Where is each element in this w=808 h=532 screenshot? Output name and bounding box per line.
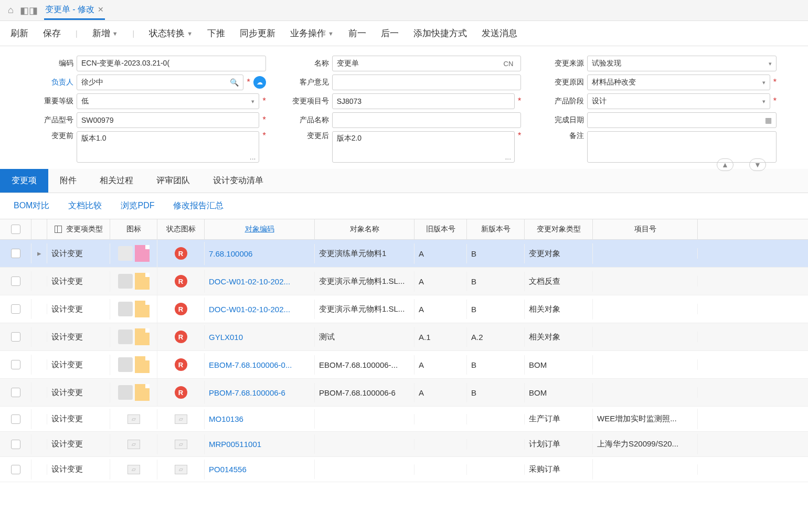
search-icon[interactable]: 🔍 xyxy=(230,78,239,87)
subtab-3[interactable]: 评审团队 xyxy=(145,169,201,193)
col-status[interactable]: 状态图标 xyxy=(157,219,205,239)
cell-code[interactable]: DOC-W01-02-10-202... xyxy=(205,300,315,319)
table-row[interactable]: 设计变更▱▱PO014556采购订单 xyxy=(0,457,808,482)
model-input[interactable]: SW00979 xyxy=(77,112,259,128)
cell-code[interactable]: PO014556 xyxy=(205,460,315,479)
cell-code[interactable]: MRP00511001 xyxy=(205,434,315,454)
cell-code[interactable]: PBOM-7.68.100006-6 xyxy=(205,383,315,402)
refresh-button[interactable]: 刷新 xyxy=(10,27,28,39)
table-row[interactable]: 设计变更▱▱MRP00511001计划订单上海华力S20099/S20... xyxy=(0,432,808,457)
cell-oldv xyxy=(414,439,467,450)
table-row[interactable]: 设计变更RPBOM-7.68.100006-6PBOM-7.68.100006-… xyxy=(0,379,808,407)
new-button[interactable]: 新增▼ xyxy=(92,27,118,39)
subtab-1[interactable]: 附件 xyxy=(48,169,88,193)
expand-toggle[interactable] xyxy=(31,414,47,424)
projno-input[interactable]: SJ8073 xyxy=(332,93,515,109)
cell-oldv: A xyxy=(414,355,467,375)
expand-toggle[interactable] xyxy=(31,276,47,286)
col-newv[interactable]: 新版本号 xyxy=(467,219,525,239)
expand-toggle[interactable] xyxy=(31,332,47,342)
finish-date[interactable]: ▦ xyxy=(587,112,777,128)
table-row[interactable]: 设计变更RDOC-W01-02-10-202...变更演示单元物料1.SL...… xyxy=(0,295,808,323)
action-link-3[interactable]: 修改报告汇总 xyxy=(173,200,224,211)
col-proj[interactable]: 项目号 xyxy=(593,219,698,239)
row-checkbox[interactable] xyxy=(11,388,20,397)
next-button[interactable]: 后一 xyxy=(381,27,399,39)
row-checkbox[interactable] xyxy=(11,276,20,286)
calendar-icon[interactable]: ▦ xyxy=(765,116,772,124)
table-row[interactable]: 设计变更RDOC-W01-02-10-202...变更演示单元物料1.SL...… xyxy=(0,268,808,295)
close-icon[interactable]: ✕ xyxy=(98,5,104,14)
col-name[interactable]: 对象名称 xyxy=(315,219,414,239)
subtab-0[interactable]: 变更项 xyxy=(0,169,48,193)
phase-select[interactable]: 设计 xyxy=(587,93,770,109)
owner-input[interactable]: 徐少中🔍 xyxy=(77,75,243,90)
save-button[interactable]: 保存 xyxy=(43,27,61,39)
sync-badge-icon[interactable]: ☁ xyxy=(253,76,266,89)
select-all-checkbox[interactable] xyxy=(11,225,20,234)
row-checkbox[interactable] xyxy=(11,332,20,342)
subtab-4[interactable]: 设计变动清单 xyxy=(201,169,275,193)
sync-button[interactable]: 同步更新 xyxy=(240,27,275,39)
cell-code[interactable]: DOC-W01-02-10-202... xyxy=(205,272,315,291)
row-checkbox[interactable] xyxy=(11,440,20,449)
after-input[interactable]: 版本2.0... xyxy=(332,131,515,163)
owner-label[interactable]: 负责人 xyxy=(31,78,73,87)
col-type[interactable]: 变更项类型 xyxy=(47,219,110,239)
home-icon[interactable]: ⌂ xyxy=(8,5,14,16)
row-checkbox[interactable] xyxy=(11,304,20,314)
subtab-2[interactable]: 相关过程 xyxy=(88,169,145,193)
scroll-up-button[interactable]: ▲ xyxy=(717,158,733,171)
level-select[interactable]: 低 xyxy=(77,93,259,109)
send-button[interactable]: 发送消息 xyxy=(482,27,517,39)
page-tab[interactable]: 变更单 - 修改 ✕ xyxy=(44,1,105,20)
action-link-2[interactable]: 浏览PDF xyxy=(121,200,154,211)
expand-toggle[interactable]: ▸ xyxy=(31,243,47,263)
row-checkbox[interactable] xyxy=(11,249,20,258)
opinion-input[interactable] xyxy=(332,75,522,90)
shortcut-button[interactable]: 添加快捷方式 xyxy=(413,27,467,39)
col-objtype[interactable]: 变更对象类型 xyxy=(525,219,593,239)
biz-button[interactable]: 业务操作▼ xyxy=(290,27,334,39)
expand-toggle[interactable] xyxy=(31,359,47,370)
row-checkbox[interactable] xyxy=(11,360,20,369)
reason-select[interactable]: 材料品种改变 xyxy=(587,75,770,90)
placeholder-icon: ▱ xyxy=(175,465,187,474)
table-row[interactable]: 设计变更REBOM-7.68.100006-0...EBOM-7.68.1000… xyxy=(0,351,808,379)
expand-toggle[interactable] xyxy=(31,464,47,475)
row-checkbox[interactable] xyxy=(11,465,20,474)
grid-body: ▸设计变更R7.68.100006变更演练单元物料1AB变更对象设计变更RDOC… xyxy=(0,240,808,482)
apps-icon[interactable]: ◧◨ xyxy=(20,5,38,16)
name-input[interactable]: 变更单CN xyxy=(332,56,522,71)
row-checkbox[interactable] xyxy=(11,414,20,424)
prodname-input[interactable] xyxy=(332,112,522,128)
before-input[interactable]: 版本1.0... xyxy=(77,131,259,163)
col-oldv[interactable]: 旧版本号 xyxy=(414,219,467,239)
cell-code[interactable]: MO10136 xyxy=(205,409,315,429)
cell-code[interactable]: EBOM-7.68.100006-0... xyxy=(205,355,315,375)
expand-toggle[interactable] xyxy=(31,304,47,314)
cell-code[interactable]: GYLX010 xyxy=(205,327,315,347)
scroll-down-button[interactable]: ▼ xyxy=(749,158,766,171)
cell-code[interactable]: 7.68.100006 xyxy=(205,244,315,263)
col-icon[interactable]: 图标 xyxy=(110,219,157,239)
table-row[interactable]: ▸设计变更R7.68.100006变更演练单元物料1AB变更对象 xyxy=(0,240,808,268)
prev-button[interactable]: 前一 xyxy=(348,27,366,39)
cell-objtype: 相关对象 xyxy=(525,299,593,320)
columns-icon[interactable] xyxy=(55,226,62,233)
action-link-0[interactable]: BOM对比 xyxy=(14,200,49,211)
remark-input[interactable] xyxy=(587,131,777,163)
expand-toggle[interactable] xyxy=(31,439,47,450)
action-link-1[interactable]: 文档比较 xyxy=(68,200,102,211)
source-select[interactable]: 试验发现 xyxy=(587,56,777,71)
col-code[interactable]: 对象编码 xyxy=(205,219,315,239)
table-row[interactable]: 设计变更RGYLX010测试A.1A.2相关对象 xyxy=(0,323,808,351)
expand-toggle[interactable] xyxy=(31,387,47,398)
cell-status: R xyxy=(157,297,205,321)
push-button[interactable]: 下推 xyxy=(207,27,225,39)
code-input[interactable]: ECN-变更单-2023.03.21-0( xyxy=(77,56,266,71)
cell-newv xyxy=(467,464,525,475)
lang-badge[interactable]: CN xyxy=(504,60,517,68)
state-button[interactable]: 状态转换▼ xyxy=(149,27,193,39)
table-row[interactable]: 设计变更▱▱MO10136生产订单WEE增加实时监测照... xyxy=(0,407,808,432)
